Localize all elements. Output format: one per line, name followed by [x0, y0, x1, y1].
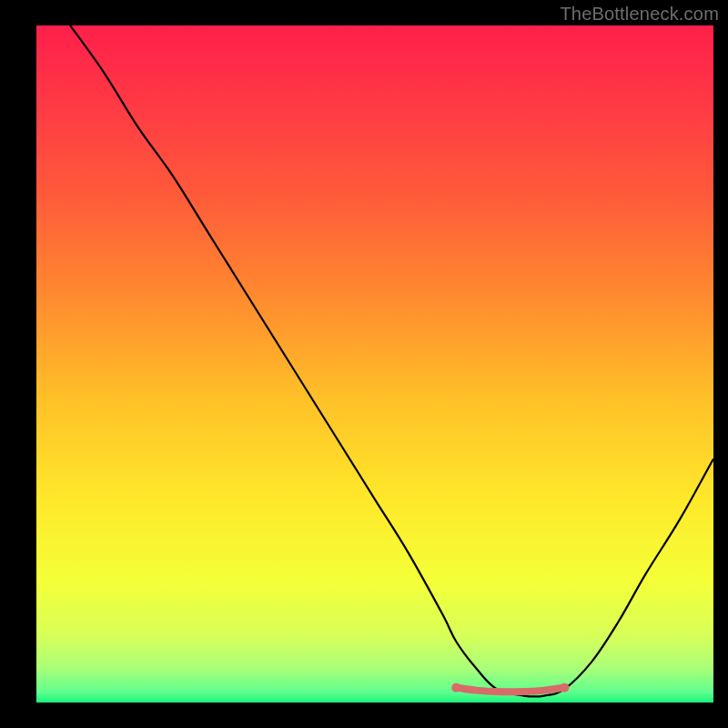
bottleneck-curve-chart — [36, 25, 713, 703]
optimal-range-start-dot — [451, 683, 460, 693]
bottleneck-curve — [70, 25, 713, 697]
chart-frame — [36, 25, 713, 703]
optimal-range-highlight — [456, 688, 564, 693]
optimal-range-end-dot — [560, 683, 569, 693]
watermark-text: TheBottleneck.com — [560, 4, 719, 25]
